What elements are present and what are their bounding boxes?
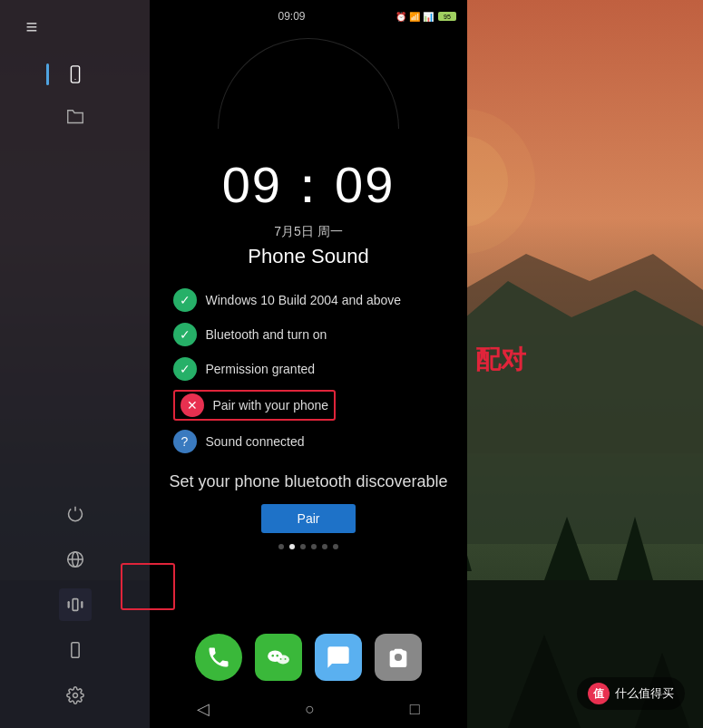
- nav-home-button[interactable]: ○: [305, 700, 315, 719]
- watermark-icon: 值: [588, 683, 610, 704]
- app-dock: [195, 625, 422, 690]
- svg-marker-15: [617, 517, 653, 580]
- svg-point-34: [277, 655, 279, 657]
- svg-marker-14: [544, 517, 590, 580]
- dot-1: [278, 544, 284, 549]
- sidebar-item-phone2[interactable]: [59, 634, 92, 666]
- dots-indicator: [166, 544, 452, 549]
- dot-3: [300, 544, 306, 549]
- bluetooth-discoverable-text: Set your phone bluetooth discoverable: [166, 471, 452, 493]
- phone-screen: 09:09 ⏰ 📶 📊 95 09：09 7月5日 周一 Phone Sound…: [150, 0, 467, 728]
- svg-rect-26: [73, 599, 78, 611]
- camera-app-icon[interactable]: [375, 634, 422, 681]
- check-icon-sound: ?: [173, 430, 197, 453]
- watermark-text: 什么值得买: [615, 685, 674, 702]
- messages-app-icon[interactable]: [315, 634, 362, 681]
- half-circle-deco: [218, 38, 399, 129]
- menu-icon[interactable]: ≡: [14, 9, 50, 45]
- signal-icon: 📊: [423, 12, 434, 22]
- watermark: 值 什么值得买: [577, 677, 685, 710]
- bluetooth-section: Set your phone bluetooth discoverable Pa…: [166, 471, 452, 533]
- phone-app-icon[interactable]: [195, 634, 242, 681]
- dot-2: [289, 544, 295, 549]
- svg-marker-19: [508, 635, 581, 728]
- check-icon-permission: ✓: [173, 357, 197, 381]
- battery-icon: 95: [438, 12, 456, 21]
- clock-area: 09：09 7月5日 周一: [222, 151, 395, 240]
- status-bar: 09:09 ⏰ 📶 📊 95: [150, 4, 467, 29]
- phone-sound-panel: Phone Sound ✓ Windows 10 Build 2004 and …: [166, 245, 452, 560]
- alarm-icon: ⏰: [395, 12, 406, 22]
- sidebar-item-settings[interactable]: [59, 679, 92, 712]
- pair-button[interactable]: Pair: [261, 504, 356, 533]
- status-time: 09:09: [278, 10, 305, 23]
- check-item-win10: ✓ Windows 10 Build 2004 and above: [166, 285, 452, 315]
- sidebar-item-globe[interactable]: [59, 543, 92, 576]
- check-icon-bluetooth: ✓: [173, 323, 197, 346]
- sidebar: ≡: [0, 0, 150, 728]
- nav-recents-button[interactable]: □: [410, 700, 420, 719]
- check-icon-win10: ✓: [173, 288, 197, 312]
- svg-point-32: [277, 655, 289, 665]
- clock-time: 09：09: [222, 151, 395, 220]
- check-item-bluetooth: ✓ Bluetooth and turn on: [166, 319, 452, 350]
- sidebar-item-files[interactable]: [59, 102, 92, 134]
- check-text-bluetooth: Bluetooth and turn on: [206, 327, 327, 342]
- dot-4: [311, 544, 317, 549]
- sidebar-item-sound[interactable]: [59, 588, 92, 621]
- nav-bar: ◁ ○ □: [150, 694, 467, 728]
- check-item-permission: ✓ Permission granted: [166, 354, 452, 384]
- check-icon-pair: ✕: [181, 393, 204, 417]
- svg-point-35: [280, 658, 282, 660]
- wechat-app-icon[interactable]: [255, 634, 302, 681]
- pair-row-highlighted: ✕ Pair with your phone: [173, 390, 337, 421]
- svg-rect-29: [71, 643, 78, 658]
- sidebar-item-phone[interactable]: [59, 58, 92, 91]
- chinese-annotation: 配对: [475, 343, 526, 377]
- svg-point-36: [285, 658, 287, 660]
- check-text-sound: Sound connected: [206, 434, 305, 449]
- check-text-pair: Pair with your phone: [213, 398, 329, 413]
- sidebar-bottom: [59, 495, 92, 728]
- clock-date: 7月5日 周一: [222, 224, 395, 240]
- status-icons: ⏰ 📶 📊 95: [395, 12, 456, 22]
- dot-5: [322, 544, 327, 549]
- svg-point-30: [73, 694, 77, 698]
- check-text-permission: Permission granted: [206, 362, 316, 376]
- check-text-win10: Windows 10 Build 2004 and above: [206, 293, 402, 307]
- check-item-sound: ? Sound connected: [166, 426, 452, 457]
- nav-back-button[interactable]: ◁: [197, 699, 210, 719]
- dot-6: [333, 544, 338, 549]
- phone-sound-title: Phone Sound: [166, 245, 452, 268]
- sidebar-item-power[interactable]: [59, 498, 92, 530]
- wifi-icon: 📶: [409, 12, 420, 22]
- svg-point-33: [272, 655, 275, 657]
- check-list: ✓ Windows 10 Build 2004 and above ✓ Blue…: [166, 285, 452, 457]
- svg-rect-21: [71, 66, 79, 83]
- check-item-pair: ✕ Pair with your phone: [166, 388, 452, 422]
